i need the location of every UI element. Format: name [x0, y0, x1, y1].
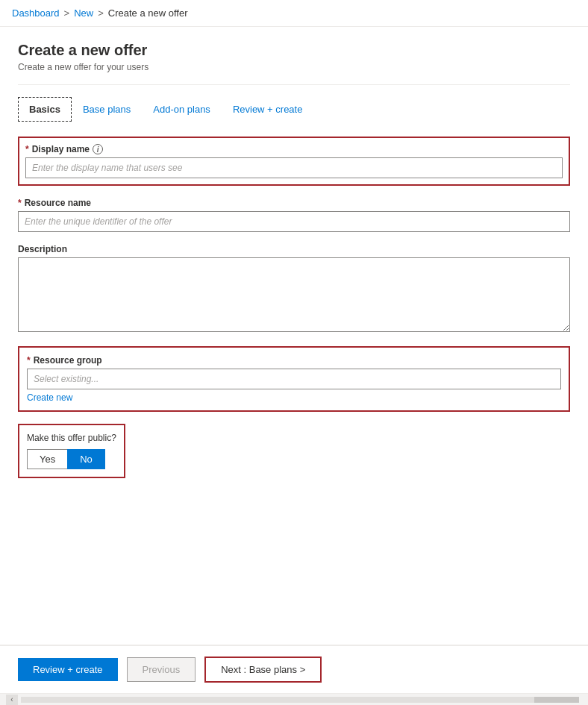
public-offer-yes-button[interactable]: Yes	[27, 449, 67, 469]
resource-name-section: * Resource name	[18, 198, 570, 232]
resource-name-required-star: *	[18, 198, 22, 208]
title-divider	[18, 84, 570, 85]
display-name-info-icon[interactable]: i	[93, 144, 103, 154]
resource-group-required-star: *	[27, 355, 31, 366]
description-label: Description	[18, 244, 570, 254]
breadcrumb: Dashboard > New > Create a new offer	[0, 0, 588, 27]
page-title: Create a new offer	[18, 42, 570, 59]
resource-name-label: * Resource name	[18, 198, 570, 208]
main-content: Create a new offer Create a new offer fo…	[0, 27, 588, 645]
public-offer-label: Make this offer public?	[27, 433, 116, 443]
scrollbar-thumb[interactable]	[534, 697, 579, 703]
tab-base-plans[interactable]: Base plans	[72, 97, 142, 122]
breadcrumb-current: Create a new offer	[108, 7, 188, 19]
display-name-label: * Display name i	[25, 144, 563, 154]
public-offer-toggle: Yes No	[27, 449, 116, 469]
page-subtitle: Create a new offer for your users	[18, 62, 570, 72]
breadcrumb-sep2: >	[98, 7, 104, 19]
create-new-link[interactable]: Create new	[27, 392, 72, 403]
resource-group-label: * Resource group	[27, 355, 561, 366]
next-button[interactable]: Next : Base plans >	[204, 657, 322, 683]
tab-bar: Basics Base plans Add-on plans Review + …	[18, 97, 570, 122]
footer: Review + create Previous Next : Base pla…	[0, 645, 588, 693]
previous-button: Previous	[127, 657, 196, 682]
review-create-button[interactable]: Review + create	[18, 658, 118, 681]
resource-group-section: * Resource group Create new	[18, 346, 570, 412]
tab-basics[interactable]: Basics	[18, 97, 72, 122]
resource-group-input[interactable]	[27, 369, 561, 389]
display-name-required-star: *	[25, 144, 29, 154]
description-input[interactable]	[18, 257, 570, 332]
bottom-scrollbar: ‹	[0, 693, 588, 705]
breadcrumb-dashboard[interactable]: Dashboard	[12, 7, 60, 19]
description-section: Description	[18, 244, 570, 334]
scroll-left-button[interactable]: ‹	[6, 695, 18, 705]
display-name-section: * Display name i	[18, 137, 570, 186]
breadcrumb-sep1: >	[64, 7, 70, 19]
breadcrumb-new[interactable]: New	[74, 7, 93, 19]
display-name-input[interactable]	[25, 157, 563, 178]
public-offer-section: Make this offer public? Yes No	[18, 424, 125, 478]
resource-name-input[interactable]	[18, 211, 570, 232]
tab-review-create[interactable]: Review + create	[222, 97, 314, 122]
public-offer-no-button[interactable]: No	[67, 449, 105, 469]
tab-addon-plans[interactable]: Add-on plans	[142, 97, 222, 122]
scrollbar-track	[21, 697, 579, 703]
